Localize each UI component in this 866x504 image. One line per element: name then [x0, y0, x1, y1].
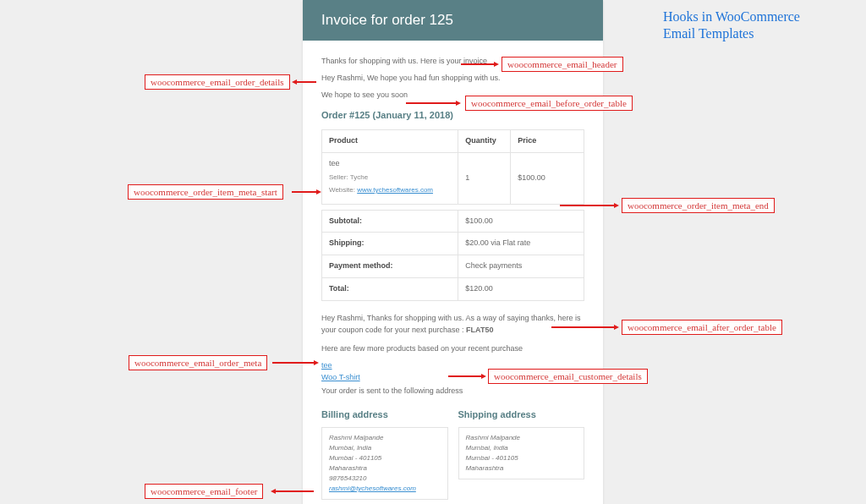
arrow-icon [406, 102, 457, 104]
hook-order-meta: woocommerce_email_order_meta [129, 355, 267, 370]
billing-l2: Mumbai, India [329, 443, 441, 453]
hook-after-table: woocommerce_email_after_order_table [622, 320, 782, 335]
hook-customer-details: woocommerce_email_customer_details [488, 369, 648, 384]
arrow-icon [272, 362, 315, 364]
shipping-l1: Rashmi Malpande [466, 433, 578, 443]
shipping-value: $20.00 via Flat rate [458, 233, 584, 255]
order-totals-table: Subtotal:$100.00 Shipping:$20.00 via Fla… [321, 210, 584, 302]
shipping-address: Rashmi Malpande Mumbai, India Mumbai - 4… [458, 427, 585, 479]
item-website-label: Website: [329, 186, 357, 194]
after-table-text: Hey Rashmi, Thanks for shopping with us.… [321, 314, 580, 334]
arrow-icon [461, 63, 495, 65]
hook-email-footer: woocommerce_email_footer [145, 484, 263, 499]
arrow-icon [560, 205, 615, 206]
item-price: $100.00 [511, 152, 584, 204]
shipping-title: Shipping address [458, 408, 585, 422]
page-title: Hooks in WooCommerceEmail Templates [663, 8, 800, 42]
hook-order-details: woocommerce_email_order_details [145, 74, 290, 90]
total-value: $120.00 [458, 278, 584, 301]
shipping-l3: Mumbai - 401105 [466, 453, 578, 463]
item-qty: 1 [458, 152, 511, 204]
subtotal-value: $100.00 [458, 210, 584, 233]
billing-address: Rashmi Malpande Mumbai, India Mumbai - 4… [321, 427, 448, 500]
order-meta-intro: Here are few more products based on your… [321, 343, 584, 355]
payment-label: Payment method: [322, 255, 458, 278]
col-quantity: Quantity [458, 129, 511, 152]
arrow-icon [292, 191, 317, 193]
table-row: tee Seller: Tyche Website: www.tychesoft… [322, 152, 584, 204]
hook-item-meta-end: woocommerce_order_item_meta_end [622, 198, 775, 213]
billing-title: Billing address [321, 408, 448, 422]
item-website-link[interactable]: www.tychesoftwares.com [357, 186, 433, 194]
billing-l4: Maharashtra [329, 463, 441, 474]
col-price: Price [511, 129, 584, 152]
payment-value: Check payments [458, 255, 584, 278]
coupon-code: FLAT50 [466, 326, 493, 334]
item-seller: Seller: Tyche [329, 173, 451, 183]
hook-email-header: woocommerce_email_header [502, 57, 623, 72]
billing-l1: Rashmi Malpande [329, 433, 441, 443]
shipping-label: Shipping: [322, 233, 458, 255]
shipping-l4: Maharashtra [466, 463, 578, 474]
billing-l5: 9876543210 [329, 474, 441, 484]
subtotal-label: Subtotal: [322, 210, 458, 233]
meta-link-woo-tshirt[interactable]: Woo T-shirt [321, 373, 360, 381]
billing-email-link[interactable]: rashmi@tychesoftwares.com [329, 485, 416, 492]
meta-link-tee[interactable]: tee [321, 361, 332, 370]
hook-before-table: woocommerce_email_before_order_table [465, 96, 633, 111]
customer-details-line: Your order is sent to the following addr… [321, 386, 584, 397]
email-header: Invoice for order 125 [303, 0, 603, 41]
email-template: Invoice for order 125 Thanks for shoppin… [303, 0, 603, 504]
arrow-icon [275, 490, 314, 492]
order-items-table: Product Quantity Price tee Seller: Tyche… [321, 129, 584, 205]
greeting-line: Hey Rashmi, We hope you had fun shopping… [321, 73, 584, 85]
arrow-icon [551, 326, 615, 328]
hook-item-meta-start: woocommerce_order_item_meta_start [128, 184, 283, 200]
arrow-icon [448, 375, 482, 377]
billing-l3: Mumbai - 401105 [329, 453, 441, 463]
arrow-icon [296, 81, 316, 83]
col-product: Product [322, 129, 458, 152]
item-name: tee [329, 158, 451, 170]
shipping-l2: Mumbai, India [466, 443, 578, 453]
total-label: Total: [322, 278, 458, 301]
